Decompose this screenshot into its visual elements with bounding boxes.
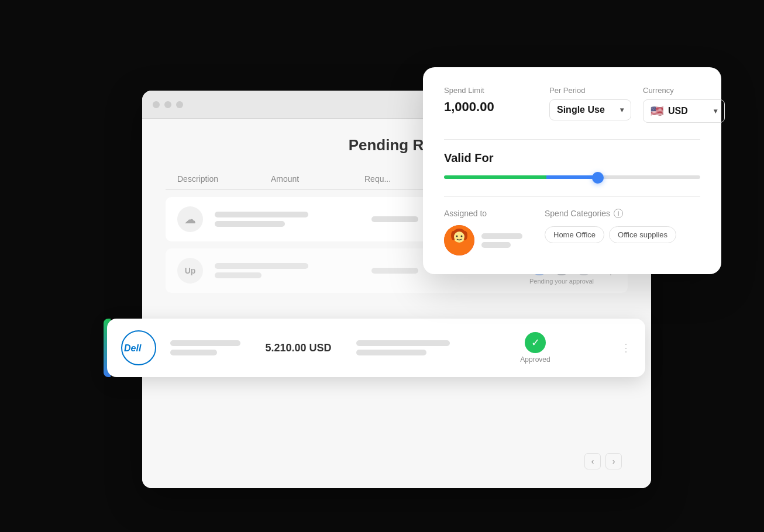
slider-container[interactable] [444, 175, 700, 180]
user-name-bar [481, 233, 522, 239]
next-page-button[interactable]: › [605, 453, 622, 469]
assigned-to-label: Assigned to [444, 209, 526, 218]
slider-thumb[interactable] [592, 172, 604, 184]
per-period-arrow: ▾ [620, 106, 624, 114]
per-period-value: Single Use [557, 105, 605, 115]
category-tag-office[interactable]: Office supplies [609, 226, 676, 243]
svg-point-8 [461, 236, 463, 237]
spend-categories-col: Spend Categories i Home Office Office su… [545, 209, 700, 255]
svg-text:Dell: Dell [124, 343, 142, 353]
currency-value: USD [668, 106, 688, 116]
upwork-desc-bar2 [215, 272, 261, 278]
spend-limit-label: Spend Limit [444, 86, 514, 95]
pending-label-upwork: Pending your approval [529, 278, 594, 285]
panel-divider [444, 139, 700, 140]
spend-categories-label: Spend Categories [545, 209, 610, 218]
svg-point-7 [456, 236, 458, 237]
upwork-desc-bar [215, 263, 308, 269]
browser-dot-red [153, 101, 160, 108]
virtual-card-panel: Spend Limit 1,000.00 Per Period Single U… [423, 67, 721, 274]
adobe-amount-bar [371, 216, 418, 222]
dell-logo: Dell [121, 330, 156, 365]
dell-desc-bar2 [170, 350, 217, 355]
category-tags: Home Office Office supplies [545, 226, 700, 243]
user-info [481, 233, 522, 248]
spend-limit-value: 1,000.00 [444, 99, 514, 115]
adobe-desc-bar [215, 212, 308, 217]
more-dots-dell[interactable]: ⋮ [621, 341, 631, 354]
browser-dot-green [176, 101, 183, 108]
pagination: ‹ › [573, 446, 634, 476]
dell-amount: 5.210.00 USD [254, 342, 342, 354]
currency-arrow: ▾ [714, 107, 717, 115]
col-amount: Amount [271, 174, 341, 184]
upwork-icon: Up [177, 258, 203, 284]
currency-label: Currency [643, 86, 725, 95]
slider-track [444, 175, 700, 179]
category-tag-home[interactable]: Home Office [545, 226, 604, 243]
adobe-icon: ☁ [177, 206, 203, 232]
upwork-amount-bar [371, 268, 418, 274]
valid-for-label: Valid For [444, 151, 700, 165]
approved-text: Approved [520, 355, 550, 364]
currency-dropdown[interactable]: 🇺🇸 USD ▾ [643, 99, 725, 123]
spend-limit-group: Spend Limit 1,000.00 [444, 86, 514, 123]
per-period-group: Per Period Single Use ▾ [549, 86, 631, 123]
adobe-desc-bar2 [215, 221, 285, 227]
panel-top-row: Spend Limit 1,000.00 Per Period Single U… [444, 86, 700, 123]
assigned-user [444, 225, 526, 255]
dell-right-bar2 [356, 350, 426, 355]
per-period-label: Per Period [549, 86, 631, 95]
dell-desc-bar1 [170, 340, 240, 346]
currency-group: Currency 🇺🇸 USD ▾ [643, 86, 725, 123]
info-icon: i [614, 209, 623, 218]
flag-icon: 🇺🇸 [651, 105, 663, 118]
browser-dot-yellow [164, 101, 171, 108]
per-period-dropdown[interactable]: Single Use ▾ [549, 99, 631, 120]
dell-card: Dell 5.210.00 USD ✓ Approved ⋮ [107, 319, 645, 377]
user-role-bar [481, 242, 511, 248]
svg-point-6 [454, 232, 464, 242]
bottom-section: Assigned to [444, 209, 700, 255]
panel-divider-2 [444, 196, 700, 197]
categories-header: Spend Categories i [545, 209, 700, 218]
col-description: Description [177, 174, 247, 184]
user-avatar [444, 225, 474, 255]
prev-page-button[interactable]: ‹ [584, 453, 601, 469]
approved-badge: ✓ Approved [520, 332, 550, 364]
approved-check-icon: ✓ [525, 332, 546, 353]
dell-right-bar1 [356, 340, 450, 346]
assigned-to-col: Assigned to [444, 209, 526, 255]
